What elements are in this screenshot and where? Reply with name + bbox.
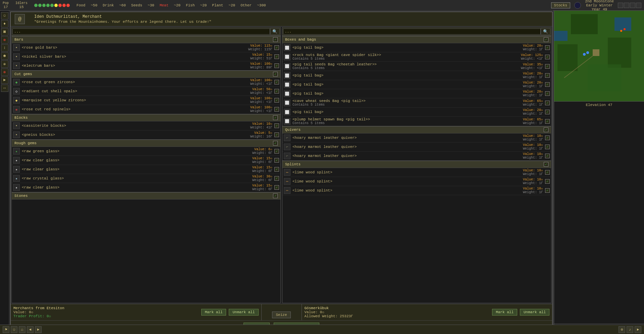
item-checkbox[interactable]: ✓ bbox=[274, 98, 279, 103]
item-checkbox[interactable]: ✓ bbox=[545, 188, 550, 193]
item-raw-green-glass[interactable]: ✦ <raw green glass> Value: 6☼ Weight: 6Γ… bbox=[12, 147, 280, 156]
item-pig-tail-bag-5[interactable]: ⬜ <pig tail bag> Value: 20☼ Weight: 1Γ ✓ bbox=[282, 108, 551, 117]
item-checkbox[interactable]: ✓ bbox=[545, 145, 550, 149]
item-pig-tail-bag-4[interactable]: ⬜ <pig tail bag> Value: 20☼ Weight: 1Γ ✓ bbox=[282, 89, 551, 98]
item-raw-clear-glass-2[interactable]: ✦ <raw clear glass> Value: 15☼ Weight: 6… bbox=[12, 165, 280, 174]
sidebar-icon-10[interactable]: ↔ bbox=[1, 85, 8, 92]
category-rough-gems-checkbox[interactable]: ✓ bbox=[273, 141, 278, 146]
left-unmark-all-button[interactable]: Unmark all bbox=[229, 309, 258, 316]
item-checkbox[interactable]: ✓ bbox=[274, 89, 279, 94]
item-radiant-cut-shell-opals[interactable]: ◇ <radiant cut shell opals> Value: 50☼ W… bbox=[12, 87, 280, 96]
item-rose-gold-bars[interactable]: ▪ <rose gold bars> Value: 115☼ Weight: 1… bbox=[12, 43, 280, 52]
item-marquise-cut-yellow-zircons[interactable]: ◆ <marquise cut yellow zircons> Value: 1… bbox=[12, 96, 280, 105]
item-checkbox[interactable]: ✓ bbox=[545, 110, 550, 114]
left-panel-list[interactable]: Bars ✓ ▪ <rose gold bars> Value: 115☼ We… bbox=[12, 36, 280, 303]
item-checkbox[interactable]: ✓ bbox=[545, 179, 550, 184]
item-checkbox[interactable]: ✓ bbox=[274, 149, 279, 154]
right-panel-list[interactable]: Boxes and bags ✓ ⬜ <pig tail bag> Value:… bbox=[282, 36, 551, 303]
item-rose-cut-red-spinels[interactable]: ❋ <rose cut red spinels> Value: 100☼ Wei… bbox=[12, 105, 280, 114]
category-bars-checkbox[interactable]: ✓ bbox=[273, 37, 278, 42]
bottom-right-icon-3[interactable]: ► bbox=[635, 326, 641, 333]
sidebar-icon-8[interactable]: ⊗ bbox=[1, 68, 8, 76]
item-cave-wheat-seeds-bag[interactable]: ⬜ <cave wheat seeds Bag <pig tail>> Cont… bbox=[282, 98, 551, 108]
item-checkbox[interactable]: ✓ bbox=[545, 135, 550, 140]
item-rock-nuts-bag[interactable]: ⬜ <rock nuts Bag <giant cave spider silk… bbox=[282, 52, 551, 62]
category-boxes-bags-checkbox[interactable]: ✓ bbox=[544, 37, 548, 42]
item-checkbox[interactable]: ✓ bbox=[274, 123, 279, 128]
item-checkbox[interactable]: ✓ bbox=[274, 54, 279, 59]
item-checkbox[interactable]: ✓ bbox=[545, 119, 550, 124]
category-cut-gems-checkbox[interactable]: ✓ bbox=[273, 72, 278, 76]
ui-icon[interactable] bbox=[624, 3, 629, 8]
ui-icon[interactable] bbox=[618, 3, 623, 8]
bottom-icon-3[interactable]: ⌂ bbox=[19, 326, 25, 333]
bottom-icon-2[interactable]: ☺ bbox=[11, 326, 17, 333]
item-checkbox[interactable]: ✓ bbox=[545, 45, 550, 50]
category-splints-checkbox[interactable]: ✓ bbox=[544, 162, 548, 167]
item-splint-2[interactable]: ━ <lime wood splint> Value: 10☼ Weight: … bbox=[282, 177, 551, 186]
item-checkbox[interactable]: ✓ bbox=[274, 185, 279, 190]
ui-icon[interactable] bbox=[630, 3, 635, 8]
item-raw-clear-glass-1[interactable]: ✦ <raw clear glass> Value: 15☼ Weight: 6… bbox=[12, 156, 280, 165]
item-quiver-2[interactable]: ⌐ <hoary marmot leather quiver> Value: 1… bbox=[282, 143, 551, 152]
item-checkbox[interactable]: ✓ bbox=[274, 107, 279, 112]
sidebar-icon-5[interactable]: ↕ bbox=[1, 44, 8, 52]
item-checkbox[interactable]: ✓ bbox=[274, 80, 279, 85]
right-search-button[interactable]: 🔍 bbox=[541, 28, 550, 35]
item-pig-tail-bag-1[interactable]: ⬜ <pig tail bag> Value: 20☼ Weight: 1Γ ✓ bbox=[282, 43, 551, 52]
item-gneiss-blocks[interactable]: ▪ <gneiss blocks> Value: 5☼ Weight: 16Γ … bbox=[12, 130, 280, 140]
item-plump-helmet-spawn-bag[interactable]: ⬜ <plump helmet spawn Bag <pig tail>> Co… bbox=[282, 117, 551, 126]
left-search-input[interactable] bbox=[12, 29, 270, 35]
item-checkbox[interactable]: ✓ bbox=[545, 170, 550, 175]
item-raw-crystal-glass[interactable]: ✦ <raw crystal glass> Value: 30☼ Weight:… bbox=[12, 174, 280, 183]
item-nickel-silver-bars[interactable]: ▪ <nickel silver bars> Value: 15☼ Weight… bbox=[12, 52, 280, 61]
item-checkbox[interactable]: ✓ bbox=[274, 158, 279, 163]
item-splint-1[interactable]: ━ <lime wood splint> Value: 10☼ Weight: … bbox=[282, 168, 551, 177]
bottom-right-icon-1[interactable]: ⚙ bbox=[619, 326, 625, 333]
right-unmark-all-button[interactable]: Unmark all bbox=[520, 309, 549, 316]
seize-button[interactable]: Seize bbox=[272, 312, 290, 318]
right-mark-all-button[interactable]: Mark all bbox=[492, 309, 517, 316]
item-checkbox[interactable]: ✓ bbox=[545, 55, 550, 59]
sidebar-icon-4[interactable]: ⊗ bbox=[1, 36, 8, 44]
item-pig-tail-bag-2[interactable]: ⬜ <pig tail bag> Value: 20☼ Weight: 1Γ ✓ bbox=[282, 71, 551, 80]
item-checkbox[interactable]: ✓ bbox=[274, 63, 279, 68]
item-pig-tail-seeds-bag[interactable]: ⬜ <pig tail seeds Bag <cheetah leather>>… bbox=[282, 62, 551, 71]
item-checkbox[interactable]: ✓ bbox=[545, 73, 550, 78]
item-raw-clear-glass-3[interactable]: ✦ <raw clear glass> Value: 15☼ Weight: 6… bbox=[12, 183, 280, 192]
item-rose-cut-green-zircons[interactable]: ◆ <rose cut green zircons> Value: 100☼ W… bbox=[12, 78, 280, 87]
item-checkbox[interactable]: ✓ bbox=[545, 82, 550, 87]
item-splint-3[interactable]: ━ <lime wood splint> Value: 10☼ Weight: … bbox=[282, 186, 551, 195]
category-stones-checkbox[interactable]: ✓ bbox=[273, 193, 278, 198]
item-quiver-3[interactable]: ⌐ <hoary marmot leather quiver> Value: 1… bbox=[282, 152, 551, 161]
item-checkbox[interactable]: ✓ bbox=[545, 64, 550, 69]
sidebar-icon-1[interactable]: ☺ bbox=[1, 12, 8, 19]
sidebar-icon-6[interactable]: ☻ bbox=[1, 52, 8, 60]
item-checkbox[interactable]: ✓ bbox=[545, 91, 550, 96]
bottom-right-icon-2[interactable]: ♪ bbox=[627, 326, 633, 333]
sidebar-icon-9[interactable]: ► bbox=[1, 76, 8, 84]
item-quiver-1[interactable]: ⌐ <hoary marmot leather quiver> Value: 1… bbox=[282, 133, 551, 143]
sidebar-icon-3[interactable]: ◙ bbox=[1, 28, 8, 36]
sidebar-icon-7[interactable]: ⊕ bbox=[1, 60, 8, 68]
bottom-icon-5[interactable]: ► bbox=[35, 326, 42, 333]
item-electrum-bars[interactable]: ▪ <electrum bars> Value: 100☼ Weight: 89… bbox=[12, 61, 280, 70]
category-blocks-checkbox[interactable]: ✓ bbox=[273, 115, 278, 120]
ui-icon[interactable] bbox=[636, 3, 641, 8]
item-checkbox[interactable]: ✓ bbox=[274, 45, 279, 50]
item-checkbox[interactable]: ✓ bbox=[545, 154, 550, 158]
bottom-icon-4[interactable]: ◄ bbox=[27, 326, 34, 333]
left-search-button[interactable]: 🔍 bbox=[270, 28, 280, 35]
item-cassiterite-blocks[interactable]: ▪ <cassiterite blocks> Value: 10☼ Weight… bbox=[12, 121, 280, 130]
sidebar-icon-2[interactable]: ♦ bbox=[1, 20, 8, 27]
bottom-icon-1[interactable]: ⚑ bbox=[3, 326, 9, 333]
item-checkbox[interactable]: ✓ bbox=[274, 132, 279, 137]
right-search-input[interactable] bbox=[283, 29, 541, 35]
item-checkbox[interactable]: ✓ bbox=[274, 176, 279, 181]
left-mark-all-button[interactable]: Mark all bbox=[201, 309, 226, 316]
item-checkbox[interactable]: ✓ bbox=[274, 167, 279, 172]
category-quivers-checkbox[interactable]: ✓ bbox=[544, 127, 548, 132]
stocks-button[interactable]: Stocks bbox=[551, 2, 571, 8]
item-pig-tail-bag-3[interactable]: ⬜ <pig tail bag> Value: 20☼ Weight: 1Γ ✓ bbox=[282, 80, 551, 89]
item-checkbox[interactable]: ✓ bbox=[545, 101, 550, 105]
